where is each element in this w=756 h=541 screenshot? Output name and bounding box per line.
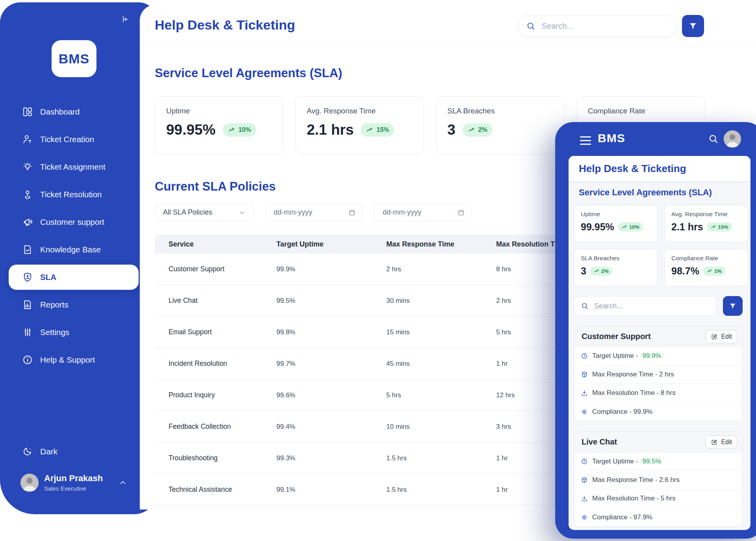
user-role: Sales Executive <box>44 485 103 492</box>
metric-label: Max Resolution Time - 5 hrs <box>592 495 676 502</box>
policy-card-title: Customer Support <box>582 332 705 341</box>
theme-toggle-label: Dark <box>40 447 57 456</box>
date-to-input[interactable]: dd-mm-yyyy <box>374 204 472 221</box>
sidebar-nav: DashboardTicket CreationTicket Assignmen… <box>0 98 158 374</box>
sidebar-item-label: Ticket Resolution <box>40 190 102 199</box>
table-cell: Product Inquiry <box>155 391 263 399</box>
sidebar-item-ticket-creation[interactable]: Ticket Creation <box>0 126 158 153</box>
table-cell: Customer Support <box>155 265 263 273</box>
pencil-icon <box>711 333 718 340</box>
clock-icon <box>581 458 588 465</box>
calendar-icon <box>348 209 356 217</box>
column-header: Max Response Time <box>372 240 482 248</box>
trend-delta: 15% <box>376 126 389 133</box>
table-cell: 99.4% <box>263 423 372 431</box>
mobile-search-input[interactable] <box>574 296 717 316</box>
edit-button-label: Edit <box>721 333 732 340</box>
sidebar-item-ticket-resolution[interactable]: Ticket Resolution <box>0 181 158 208</box>
ticket-resolution-icon <box>22 189 33 200</box>
user-profile[interactable]: Arjun Prakash Sales Executive <box>0 470 139 495</box>
main-header: Help Desk & Ticketing <box>140 5 756 46</box>
sidebar-item-dashboard[interactable]: Dashboard <box>0 98 158 126</box>
table-cell: 10 mins <box>372 423 482 431</box>
metric-label: Target Uptime - <box>592 458 638 465</box>
trend-badge: 15% <box>707 222 732 232</box>
help-icon <box>22 354 33 365</box>
policy-filters: All SLA Policies dd-mm-yyyy dd-mm-yyyy <box>155 204 472 221</box>
stat-card-avg-response-time: Avg. Response Time2.1 hrs15% <box>295 96 424 154</box>
date-from-input[interactable]: dd-mm-yyyy <box>265 204 363 221</box>
mobile-preview: BMS Help Desk & Ticketing Service Level … <box>555 122 756 539</box>
mobile-user-avatar[interactable] <box>724 130 741 148</box>
table-cell: 1.5 hrs <box>372 454 482 462</box>
mobile-search-icon[interactable] <box>708 133 719 144</box>
trend-badge: 10% <box>223 123 256 137</box>
search-input[interactable] <box>518 15 677 37</box>
trend-badge: 1% <box>703 267 725 276</box>
pencil-icon <box>711 439 718 446</box>
stat-label: Avg. Response Time <box>307 107 413 115</box>
search-icon <box>526 21 536 31</box>
clock-icon <box>581 352 588 359</box>
hamburger-menu-icon[interactable] <box>579 134 592 144</box>
mobile-sla-section-title: Service Level Agreements (SLA) <box>579 187 712 198</box>
metric-label: Compliance - 97.9% <box>592 513 652 521</box>
bms-logo: BMS <box>52 40 96 77</box>
trend-up-icon <box>594 268 600 274</box>
moon-icon <box>22 446 33 457</box>
table-cell: 99.3% <box>263 454 372 462</box>
mobile-search-field[interactable] <box>593 302 710 311</box>
theme-toggle-dark[interactable]: Dark <box>0 438 158 465</box>
sidebar-item-label: Knowledge Base <box>40 245 101 254</box>
table-cell: 15 mins <box>372 328 482 336</box>
sidebar-item-sla[interactable]: SLA <box>9 265 139 290</box>
sidebar-item-ticket-assignment[interactable]: Ticket Assignment <box>0 153 158 181</box>
sidebar-item-label: Settings <box>40 328 69 337</box>
stat-value: 99.95% <box>166 122 216 138</box>
filter-button[interactable] <box>682 15 704 37</box>
sidebar-item-reports[interactable]: Reports <box>0 291 158 319</box>
user-name: Arjun Prakash <box>44 473 103 484</box>
edit-button[interactable]: Edit <box>705 330 737 343</box>
mobile-header: BMS <box>555 122 756 156</box>
stat-card-sla-breaches: SLA Breaches32% <box>436 96 565 154</box>
table-cell: 99.1% <box>263 486 372 494</box>
mobile-filter-button[interactable] <box>723 296 743 316</box>
stat-value: 98.7% <box>671 265 699 277</box>
policy-metric-row: Max Response Time - 2 hrs <box>574 365 742 384</box>
stat-value: 99.95% <box>581 221 614 233</box>
compliance-icon <box>581 408 588 415</box>
metric-label: Max Response Time - 2.6 hrs <box>592 476 680 484</box>
table-cell: 30 mins <box>372 297 482 305</box>
edit-button[interactable]: Edit <box>705 435 737 449</box>
policy-type-select[interactable]: All SLA Policies <box>155 204 254 221</box>
sidebar: BMS DashboardTicket CreationTicket Assig… <box>0 2 158 514</box>
sidebar-item-label: Reports <box>40 300 69 309</box>
download-icon <box>581 495 588 502</box>
sidebar-item-label: SLA <box>40 272 56 282</box>
sla-section-title: Service Level Agreements (SLA) <box>155 66 342 80</box>
table-cell: 99.8% <box>263 328 372 336</box>
mobile-stat-card-uptime: Uptime99.95%10% <box>574 205 658 242</box>
reports-icon <box>22 299 33 310</box>
sidebar-item-knowledge-base[interactable]: Knowledge Base <box>0 236 158 263</box>
mobile-sla-stats: Uptime99.95%10%Avg. Response Time2.1 hrs… <box>574 205 748 286</box>
stat-card-uptime: Uptime99.95%10% <box>155 96 284 154</box>
policy-metric-row: Compliance - 99.9% <box>574 402 742 421</box>
sidebar-item-help-support[interactable]: Help & Support <box>0 346 158 374</box>
trend-delta: 10% <box>239 126 251 133</box>
search-field[interactable] <box>541 21 669 31</box>
table-cell: 1.5 hrs <box>372 486 482 494</box>
table-cell: Live Chat <box>155 296 263 305</box>
sidebar-item-settings[interactable]: Settings <box>0 319 158 346</box>
collapse-sidebar-button[interactable] <box>117 12 133 28</box>
sidebar-item-customer-support[interactable]: Customer support <box>0 208 158 236</box>
metric-label: Target Uptime - <box>592 352 638 360</box>
date-from-placeholder: dd-mm-yyyy <box>274 208 348 217</box>
sla-icon <box>22 272 33 283</box>
page-title: Help Desk & Ticketing <box>155 17 295 33</box>
stat-label: Compliance Rate <box>588 107 694 115</box>
policy-card-title: Live Chat <box>582 437 705 447</box>
stat-label: Uptime <box>581 211 651 218</box>
metric-value: 99.9% <box>642 352 661 360</box>
